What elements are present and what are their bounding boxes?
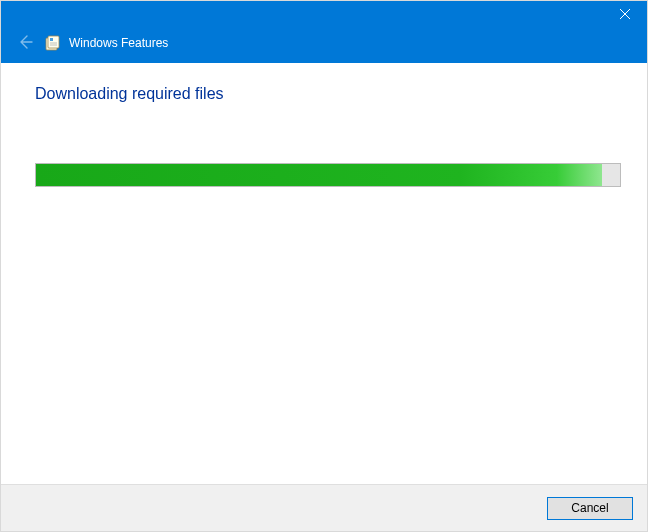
title-row: Windows Features [45, 33, 168, 53]
page-heading: Downloading required files [35, 85, 619, 103]
progress-bar [35, 163, 621, 187]
close-icon [620, 8, 630, 22]
svg-rect-2 [50, 38, 53, 41]
windows-features-icon [45, 35, 61, 51]
cancel-button[interactable]: Cancel [547, 497, 633, 520]
titlebar: Windows Features [1, 1, 647, 63]
arrow-left-icon [17, 34, 33, 53]
close-button[interactable] [602, 1, 647, 29]
dialog-title: Windows Features [69, 33, 168, 53]
back-button [11, 29, 39, 57]
progress-fill [36, 164, 602, 186]
svg-rect-1 [48, 36, 59, 48]
dialog-window: Windows Features Downloading required fi… [0, 0, 648, 532]
dialog-footer: Cancel [1, 484, 647, 531]
content-area: Downloading required files [1, 63, 647, 484]
